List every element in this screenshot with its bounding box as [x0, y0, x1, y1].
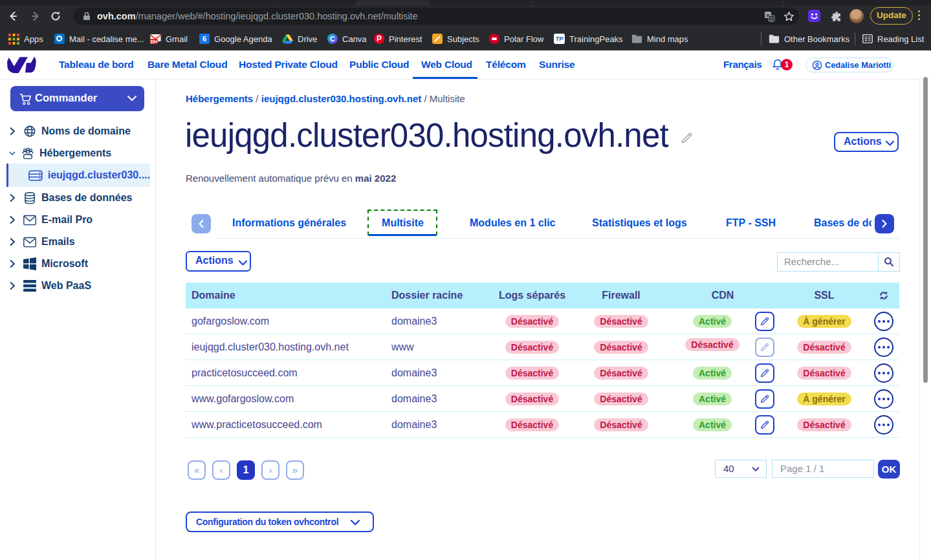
svg-text:20+: 20+ [150, 39, 158, 44]
svg-text:文: 文 [769, 16, 774, 22]
